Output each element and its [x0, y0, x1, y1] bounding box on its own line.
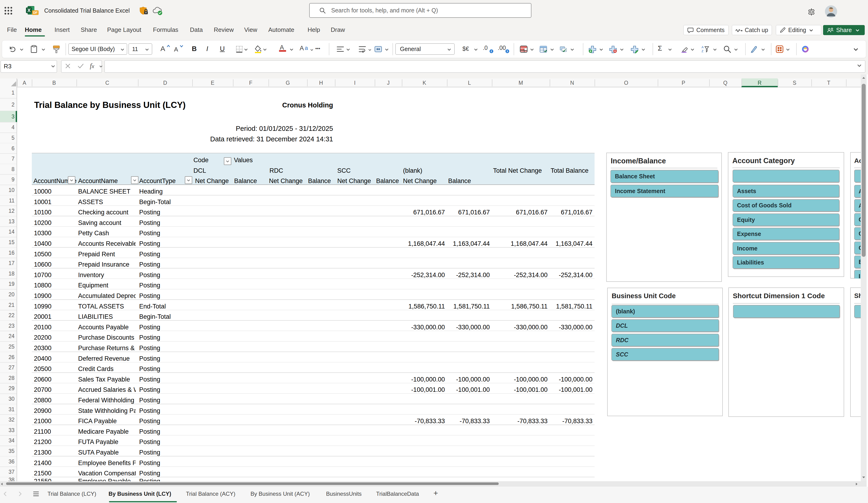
svg-text:DF: DF — [33, 11, 38, 14]
svg-text:Z: Z — [702, 49, 703, 53]
svg-text:A: A — [702, 46, 704, 49]
svg-text:X: X — [27, 8, 31, 13]
